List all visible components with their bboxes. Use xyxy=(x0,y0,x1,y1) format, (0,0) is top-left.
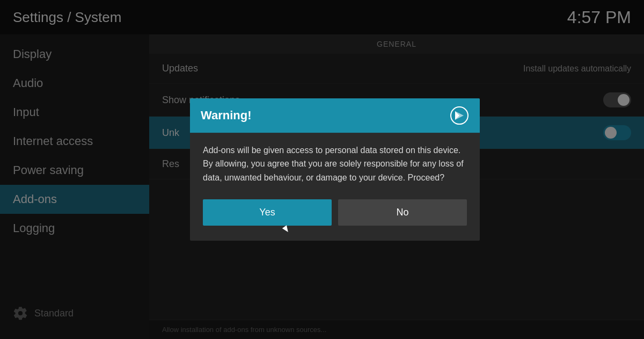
yes-button[interactable]: Yes xyxy=(203,199,332,226)
dialog-message: Add-ons will be given access to personal… xyxy=(203,143,467,185)
dialog-header: Warning! xyxy=(190,98,480,133)
dialog-body: Add-ons will be given access to personal… xyxy=(190,133,480,241)
no-button[interactable]: No xyxy=(338,199,467,226)
dialog-buttons: Yes No xyxy=(203,199,467,226)
warning-dialog: Warning! Add-ons will be given access to… xyxy=(190,98,480,241)
dialog-title: Warning! xyxy=(201,109,252,122)
kodi-icon xyxy=(450,106,469,125)
